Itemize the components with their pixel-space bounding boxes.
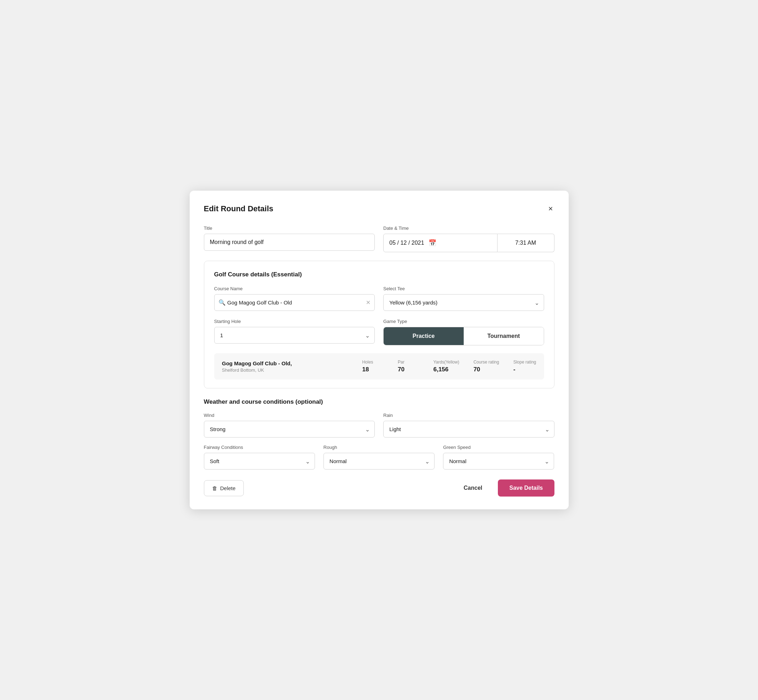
rain-label: Rain	[383, 412, 554, 418]
yards-value: 6,156	[434, 366, 449, 373]
save-button[interactable]: Save Details	[498, 480, 554, 497]
green-speed-label: Green Speed	[443, 445, 554, 450]
footer-right: Cancel Save Details	[457, 480, 554, 497]
slope-rating-label: Slope rating	[513, 359, 536, 364]
course-name-input[interactable]	[214, 294, 375, 311]
golf-course-section: Golf Course details (Essential) Course N…	[204, 261, 554, 388]
par-label: Par	[398, 359, 405, 364]
rain-select[interactable]: None Light Moderate Heavy	[383, 421, 554, 438]
green-speed-wrap: Slow Normal Fast ⌄	[443, 453, 554, 470]
title-label: Title	[204, 225, 375, 231]
time-field[interactable]: 7:31 AM	[498, 234, 554, 252]
course-location: Shelford Bottom, UK	[222, 367, 348, 373]
edit-round-modal: Edit Round Details × Title Date & Time 0…	[190, 191, 568, 509]
modal-title: Edit Round Details	[204, 204, 274, 213]
fairway-select[interactable]: Soft Normal Hard	[204, 453, 315, 470]
starting-hole-group: Starting Hole 1234 5678 910 ⌄	[214, 319, 375, 345]
modal-header: Edit Round Details ×	[204, 203, 554, 214]
delete-label: Delete	[220, 485, 236, 491]
fairway-rough-green-row: Fairway Conditions Soft Normal Hard ⌄ Ro…	[204, 445, 554, 470]
course-info-name: Gog Magog Golf Club - Old, Shelford Bott…	[222, 360, 348, 373]
slope-rating-value: -	[513, 366, 515, 373]
title-input[interactable]	[204, 234, 375, 251]
holes-label: Holes	[362, 359, 373, 364]
course-stat-course-rating: Course rating 70	[473, 359, 499, 373]
title-date-row: Title Date & Time 05 / 12 / 2021 📅 7:31 …	[204, 225, 554, 252]
fairway-label: Fairway Conditions	[204, 445, 315, 450]
starting-hole-select[interactable]: 1234 5678 910	[214, 327, 375, 344]
course-stat-slope-rating: Slope rating -	[513, 359, 536, 373]
rough-label: Rough	[324, 445, 434, 450]
trash-icon: 🗑	[212, 485, 218, 491]
course-stat-yards: Yards(Yellow) 6,156	[434, 359, 459, 373]
game-type-toggle: Practice Tournament	[383, 327, 544, 345]
calendar-icon: 📅	[429, 239, 436, 247]
wind-select[interactable]: None Light Moderate Strong	[204, 421, 375, 438]
tournament-button[interactable]: Tournament	[464, 327, 544, 345]
fairway-wrap: Soft Normal Hard ⌄	[204, 453, 315, 470]
datetime-label: Date & Time	[383, 225, 554, 231]
course-name-group: Course Name 🔍 ✕	[214, 286, 375, 311]
datetime-row: 05 / 12 / 2021 📅 7:31 AM	[383, 234, 554, 252]
hole-gametype-row: Starting Hole 1234 5678 910 ⌄ Game Type …	[214, 319, 544, 345]
rain-wrap: None Light Moderate Heavy ⌄	[383, 421, 554, 438]
yards-label: Yards(Yellow)	[434, 359, 459, 364]
practice-button[interactable]: Practice	[384, 327, 464, 345]
game-type-label: Game Type	[383, 319, 544, 324]
wind-group: Wind None Light Moderate Strong ⌄	[204, 412, 375, 438]
wind-wrap: None Light Moderate Strong ⌄	[204, 421, 375, 438]
time-value: 7:31 AM	[515, 240, 536, 246]
green-speed-select[interactable]: Slow Normal Fast	[443, 453, 554, 470]
par-value: 70	[398, 366, 405, 373]
rain-group: Rain None Light Moderate Heavy ⌄	[383, 412, 554, 438]
green-speed-group: Green Speed Slow Normal Fast ⌄	[443, 445, 554, 470]
modal-footer: 🗑 Delete Cancel Save Details	[204, 477, 554, 497]
golf-course-title: Golf Course details (Essential)	[214, 271, 544, 278]
weather-section: Weather and course conditions (optional)…	[204, 398, 554, 470]
holes-value: 18	[362, 366, 369, 373]
rough-group: Rough Soft Normal Hard ⌄	[324, 445, 434, 470]
course-stat-par: Par 70	[398, 359, 419, 373]
rough-wrap: Soft Normal Hard ⌄	[324, 453, 434, 470]
close-button[interactable]: ×	[547, 203, 554, 214]
date-value: 05 / 12 / 2021	[389, 240, 424, 246]
game-type-group: Game Type Practice Tournament	[383, 319, 544, 345]
wind-label: Wind	[204, 412, 375, 418]
select-tee-group: Select Tee Yellow (6,156 yards) White Re…	[383, 286, 544, 311]
course-name-display: Gog Magog Golf Club - Old,	[222, 360, 348, 366]
date-field[interactable]: 05 / 12 / 2021 📅	[383, 234, 498, 252]
weather-title: Weather and course conditions (optional)	[204, 398, 554, 405]
rough-select[interactable]: Soft Normal Hard	[324, 453, 434, 470]
course-name-label: Course Name	[214, 286, 375, 291]
cancel-button[interactable]: Cancel	[457, 480, 489, 496]
starting-hole-label: Starting Hole	[214, 319, 375, 324]
datetime-field-group: Date & Time 05 / 12 / 2021 📅 7:31 AM	[383, 225, 554, 252]
course-stat-holes: Holes 18	[362, 359, 384, 373]
delete-button[interactable]: 🗑 Delete	[204, 480, 244, 496]
fairway-group: Fairway Conditions Soft Normal Hard ⌄	[204, 445, 315, 470]
search-icon: 🔍	[219, 299, 226, 306]
course-rating-label: Course rating	[473, 359, 499, 364]
clear-icon[interactable]: ✕	[366, 299, 370, 306]
course-info-row: Gog Magog Golf Club - Old, Shelford Bott…	[214, 353, 544, 380]
select-tee-wrap: Yellow (6,156 yards) White Red Blue ⌄	[383, 294, 544, 311]
wind-rain-row: Wind None Light Moderate Strong ⌄ Rain N…	[204, 412, 554, 438]
course-name-input-wrap: 🔍 ✕	[214, 294, 375, 311]
select-tee-input[interactable]: Yellow (6,156 yards) White Red Blue	[383, 294, 544, 311]
course-tee-row: Course Name 🔍 ✕ Select Tee Yellow (6,156…	[214, 286, 544, 311]
starting-hole-wrap: 1234 5678 910 ⌄	[214, 327, 375, 344]
title-field-group: Title	[204, 225, 375, 252]
select-tee-label: Select Tee	[383, 286, 544, 291]
course-rating-value: 70	[473, 366, 480, 373]
